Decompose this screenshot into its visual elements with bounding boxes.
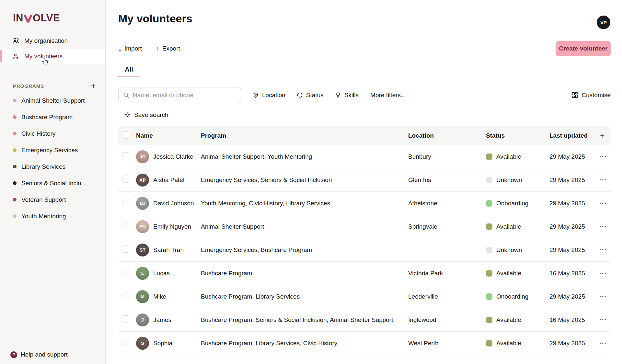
filter-status[interactable]: Status — [296, 92, 324, 99]
user-avatar[interactable]: VP — [597, 16, 610, 29]
volunteer-name: David Johnson — [153, 200, 194, 207]
row-menu-button[interactable]: ··· — [598, 246, 607, 253]
status-badge — [486, 293, 492, 300]
help-and-support[interactable]: ? Help and support — [10, 351, 68, 358]
save-search-button[interactable]: Save search — [124, 111, 168, 119]
filter-skills-label: Skills — [344, 92, 359, 99]
row-menu-button[interactable]: ··· — [598, 316, 607, 323]
row-checkbox[interactable] — [122, 339, 129, 346]
row-checkbox[interactable] — [122, 199, 129, 206]
sidebar-program-item[interactable]: Bushcare Program — [0, 109, 105, 125]
row-checkbox[interactable] — [122, 222, 129, 229]
table-row[interactable]: AP Aisha Patel Emergency Services, Senio… — [118, 168, 611, 192]
program-color-dot — [13, 132, 17, 135]
table-row[interactable]: S Sophia Bushcare Program, Library Servi… — [118, 332, 611, 355]
program-label: Seniors & Social Inclu... — [21, 180, 86, 187]
add-program-button[interactable]: + — [91, 83, 96, 89]
row-checkbox[interactable] — [122, 176, 129, 183]
row-menu-button[interactable]: ··· — [598, 269, 607, 277]
search-box[interactable] — [118, 87, 241, 103]
program-label: Veteran Support — [21, 196, 66, 203]
row-checkbox[interactable] — [122, 292, 129, 299]
table-header: Name Program Location Status Last update… — [118, 126, 611, 145]
import-button[interactable]: ↓ Import — [118, 45, 142, 52]
program-color-dot — [13, 165, 17, 168]
sidebar-program-item[interactable]: Youth Mentoring — [0, 208, 105, 224]
download-arrow-icon: ↓ — [118, 45, 121, 52]
volunteer-location: Inglewood — [408, 316, 486, 324]
customise-button[interactable]: Customise — [571, 92, 611, 99]
column-header-location[interactable]: Location — [408, 132, 486, 139]
row-checkbox[interactable] — [122, 315, 129, 323]
star-icon — [124, 112, 131, 119]
filter-status-label: Status — [306, 92, 324, 99]
sidebar-item-my-organisation[interactable]: My organisation — [0, 33, 105, 49]
search-input[interactable] — [133, 92, 236, 99]
status-badge — [486, 154, 492, 160]
status-badge — [486, 270, 492, 277]
row-menu-button[interactable]: ··· — [598, 223, 607, 230]
status-badge — [486, 247, 492, 253]
volunteer-name: Jessica Clarke — [153, 153, 193, 160]
add-column-button[interactable]: + — [598, 131, 611, 140]
last-updated: 29 May 2025 — [549, 176, 598, 184]
table-row[interactable]: JC Jessica Clarke Animal Shelter Support… — [118, 145, 611, 168]
row-menu-button[interactable]: ··· — [598, 176, 607, 183]
sidebar-program-item[interactable]: Seniors & Social Inclu... — [0, 175, 105, 191]
export-button[interactable]: ↑ Export — [156, 45, 180, 52]
create-volunteer-button[interactable]: Create volunteer — [556, 41, 611, 56]
help-label: Help and support — [21, 351, 68, 358]
row-menu-button[interactable]: ··· — [598, 153, 607, 160]
row-menu-button[interactable]: ··· — [598, 199, 607, 207]
volunteer-programs: Animal Shelter Support — [201, 223, 408, 230]
table-row[interactable]: M Mike Bushcare Program, Library Service… — [118, 285, 611, 308]
column-header-status[interactable]: Status — [486, 132, 549, 139]
row-menu-button[interactable]: ··· — [598, 339, 607, 347]
column-header-name[interactable]: Name — [136, 132, 201, 139]
sidebar-program-item[interactable]: Animal Shelter Support — [0, 92, 105, 109]
location-pin-icon — [252, 92, 259, 98]
program-color-dot — [13, 181, 17, 185]
sidebar-item-my-volunteers[interactable]: My volunteers — [0, 49, 105, 64]
status-label: Available — [496, 270, 521, 277]
row-menu-button[interactable]: ··· — [598, 293, 607, 300]
programs-list: Animal Shelter Support Bushcare Program … — [0, 92, 105, 224]
sidebar-nav: My organisation My volunteers — [0, 33, 105, 64]
program-label: Emergency Services — [21, 147, 78, 154]
customise-label: Customise — [582, 92, 611, 99]
sidebar: IN OLVE My organisation — [0, 0, 106, 364]
brand-logo: IN OLVE — [0, 0, 105, 24]
sidebar-item-label: My organisation — [24, 37, 68, 44]
skills-medal-icon — [335, 92, 341, 98]
program-label: Animal Shelter Support — [21, 97, 85, 104]
volunteer-name: Emily Nguyen — [153, 223, 191, 230]
sidebar-program-item[interactable]: Library Services — [0, 158, 105, 175]
column-header-last-updated[interactable]: Last updated — [549, 132, 598, 139]
tab-all[interactable]: All — [118, 66, 140, 77]
table-row[interactable]: DJ David Johnson Youth Mentoring, Civic … — [118, 192, 611, 215]
table-row[interactable]: EN Emily Nguyen Animal Shelter Support S… — [118, 215, 611, 238]
select-all-checkbox[interactable] — [122, 131, 129, 139]
sidebar-program-item[interactable]: Emergency Services — [0, 142, 105, 158]
row-checkbox[interactable] — [122, 245, 129, 253]
more-filters-button[interactable]: More filters... — [370, 92, 406, 99]
row-checkbox[interactable] — [122, 152, 129, 159]
row-checkbox[interactable] — [122, 269, 129, 276]
volunteer-programs: Bushcare Program, Library Services — [201, 293, 408, 300]
table-row[interactable]: ST Sarah Tran Emergency Services, Bushca… — [118, 238, 611, 262]
filter-location[interactable]: Location — [252, 92, 285, 99]
save-search-label: Save search — [134, 111, 168, 119]
sidebar-program-item[interactable]: Civic History — [0, 125, 105, 142]
column-header-program[interactable]: Program — [201, 132, 408, 139]
table-row[interactable]: J James Bushcare Program, Seniors & Soci… — [118, 308, 611, 332]
volunteer-programs: Youth Mentoring, Civic History, Library … — [201, 200, 408, 207]
volunteer-avatar: J — [136, 313, 149, 326]
last-updated: 16 May 2025 — [549, 270, 598, 277]
volunteer-name: Sophia — [153, 340, 172, 347]
filter-skills[interactable]: Skills — [335, 92, 359, 99]
volunteer-programs: Bushcare Program — [201, 270, 408, 277]
table-row[interactable]: L Lucas Bushcare Program Victoria Park A… — [118, 262, 611, 285]
status-label: Available — [496, 223, 521, 230]
program-label: Civic History — [21, 130, 56, 137]
sidebar-program-item[interactable]: Veteran Support — [0, 191, 105, 208]
